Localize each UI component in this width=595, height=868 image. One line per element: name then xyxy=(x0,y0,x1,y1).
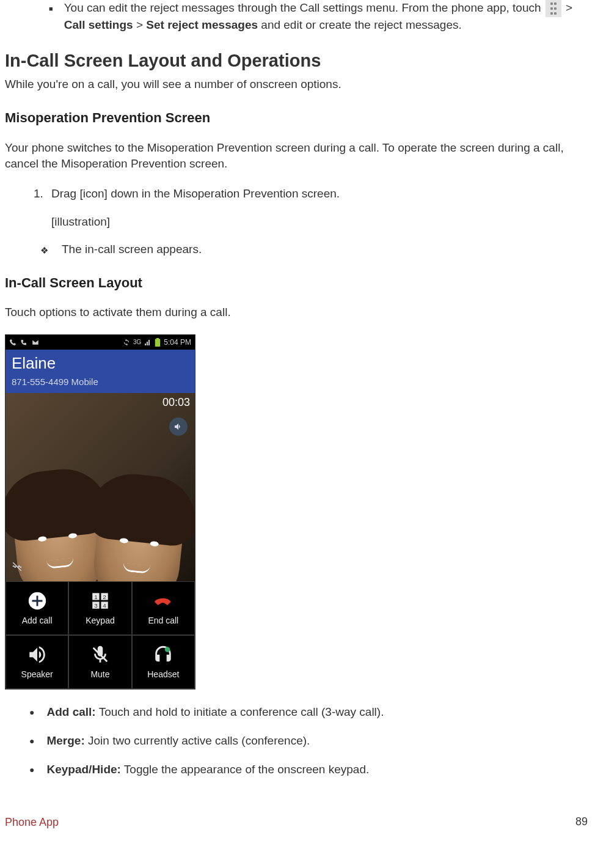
volume-icon xyxy=(173,422,183,432)
mute-label: Mute xyxy=(90,669,109,681)
intro-paragraph: While you're on a call, you will see a n… xyxy=(5,76,590,93)
end-call-icon xyxy=(153,590,173,611)
mute-button[interactable]: Mute xyxy=(68,635,131,689)
face-illustration xyxy=(90,488,187,582)
speaker-icon xyxy=(27,644,48,665)
bullet-merge-val: Join two currently active calls (confere… xyxy=(85,734,310,747)
tip-line1: You can edit the reject messages through… xyxy=(64,1,541,14)
volume-button[interactable] xyxy=(169,417,188,436)
phone-icon xyxy=(9,339,16,346)
feature-bullets: ● Add call: Touch and hold to initiate a… xyxy=(29,704,590,778)
misop-result-list: ❖ The in-call screen appears. xyxy=(40,241,590,258)
menu-overflow-icon xyxy=(546,0,561,17)
tip-bullet: ■ You can edit the reject messages throu… xyxy=(49,0,590,34)
illustration-placeholder: [illustration] xyxy=(51,214,590,230)
signal-icon xyxy=(144,339,151,346)
caller-name: Elaine xyxy=(12,352,189,374)
tip-bold1: Call settings xyxy=(64,18,133,31)
misop-body: Your phone switches to the Misoperation … xyxy=(5,140,590,172)
footer-page-number: 89 xyxy=(575,814,588,829)
add-call-label: Add call xyxy=(22,615,53,627)
keypad-label: Keypad xyxy=(86,615,114,627)
bullet-keypad-key: Keypad/Hide: xyxy=(46,763,120,776)
heading-incall-layout: In-Call Screen Layout xyxy=(5,274,590,293)
caller-banner: Elaine 871-555-4499 Mobile xyxy=(5,350,195,393)
bullet-addcall: ● Add call: Touch and hold to initiate a… xyxy=(29,704,590,721)
svg-text:3: 3 xyxy=(94,602,98,609)
speaker-label: Speaker xyxy=(21,669,53,681)
status-left xyxy=(9,339,40,346)
misop-result-item: ❖ The in-call screen appears. xyxy=(40,241,590,258)
caller-number-line: 871-555-4499 Mobile xyxy=(12,375,189,388)
bullet-addcall-key: Add call: xyxy=(46,705,95,718)
bullet-dot-icon: ● xyxy=(29,764,34,778)
status-bar: 3G 5:04 PM xyxy=(5,335,195,350)
status-time: 5:04 PM xyxy=(164,337,191,348)
bullet-addcall-text: Add call: Touch and hold to initiate a c… xyxy=(46,704,384,721)
handset-icon xyxy=(20,339,27,346)
bullet-dot-icon: ● xyxy=(29,707,34,721)
caller-photo: 00:03 xyxy=(5,393,195,581)
add-call-icon xyxy=(27,590,48,611)
bullet-merge-key: Merge: xyxy=(46,734,84,747)
footer-section: Phone App xyxy=(5,816,59,828)
gt1: > xyxy=(563,1,572,14)
bullet-square-icon: ■ xyxy=(49,4,53,34)
heading-incall-ops: In-Call Screen Layout and Operations xyxy=(5,48,590,73)
tip-tail: and edit or create the reject messages. xyxy=(258,18,462,31)
bullet-merge-text: Merge: Join two currently active calls (… xyxy=(46,733,310,749)
bullet-merge: ● Merge: Join two currently active calls… xyxy=(29,733,590,749)
mute-icon xyxy=(90,644,111,665)
bullet-dot-icon: ● xyxy=(29,735,34,749)
keypad-icon: 1234 xyxy=(90,590,111,611)
tip-bold2: Set reject messages xyxy=(146,18,258,31)
tip-block: ■ You can edit the reject messages throu… xyxy=(49,0,590,34)
tip-text: You can edit the reject messages through… xyxy=(64,0,590,34)
network-3g-label: 3G xyxy=(133,338,141,347)
bullet-keypad: ● Keypad/Hide: Toggle the appearance of … xyxy=(29,762,590,778)
face-illustration xyxy=(10,484,106,582)
mail-icon xyxy=(31,339,40,346)
diamond-bullet-icon: ❖ xyxy=(40,244,48,258)
noise-reduction-icon[interactable] xyxy=(12,561,23,576)
sync-icon xyxy=(123,339,130,346)
bullet-keypad-text: Keypad/Hide: Toggle the appearance of th… xyxy=(46,762,369,778)
page-footer: Phone App 89 xyxy=(5,814,590,833)
speaker-button[interactable]: Speaker xyxy=(5,635,68,689)
end-call-label: End call xyxy=(148,615,178,627)
add-call-button[interactable]: Add call xyxy=(5,581,68,635)
bullet-keypad-val: Toggle the appearance of the onscreen ke… xyxy=(121,763,369,776)
battery-icon xyxy=(155,338,161,347)
heading-misop: Misoperation Prevention Screen xyxy=(5,109,590,128)
layout-body: Touch options to activate them during a … xyxy=(5,304,590,321)
bullet-addcall-val: Touch and hold to initiate a conference … xyxy=(96,705,384,718)
svg-point-10 xyxy=(165,647,170,652)
headset-icon xyxy=(153,644,173,665)
headset-label: Headset xyxy=(147,669,179,681)
svg-text:1: 1 xyxy=(94,594,98,600)
misop-steps: Drag [icon] down in the Misoperation Pre… xyxy=(5,186,590,202)
phone-screenshot: 3G 5:04 PM Elaine 871-555-4499 Mobile 00… xyxy=(5,334,195,690)
call-timer: 00:03 xyxy=(162,395,190,410)
headset-button[interactable]: Headset xyxy=(132,635,195,689)
svg-text:4: 4 xyxy=(103,602,106,609)
keypad-button[interactable]: 1234 Keypad xyxy=(68,581,131,635)
end-call-button[interactable]: End call xyxy=(132,581,195,635)
status-right: 3G 5:04 PM xyxy=(123,337,191,348)
misop-result-text: The in-call screen appears. xyxy=(62,241,202,258)
misop-step-1: Drag [icon] down in the Misoperation Pre… xyxy=(46,186,590,202)
svg-text:2: 2 xyxy=(103,594,106,600)
incall-button-grid: Add call 1234 Keypad End call Speaker Mu… xyxy=(5,581,195,689)
gt2: > xyxy=(133,18,147,31)
